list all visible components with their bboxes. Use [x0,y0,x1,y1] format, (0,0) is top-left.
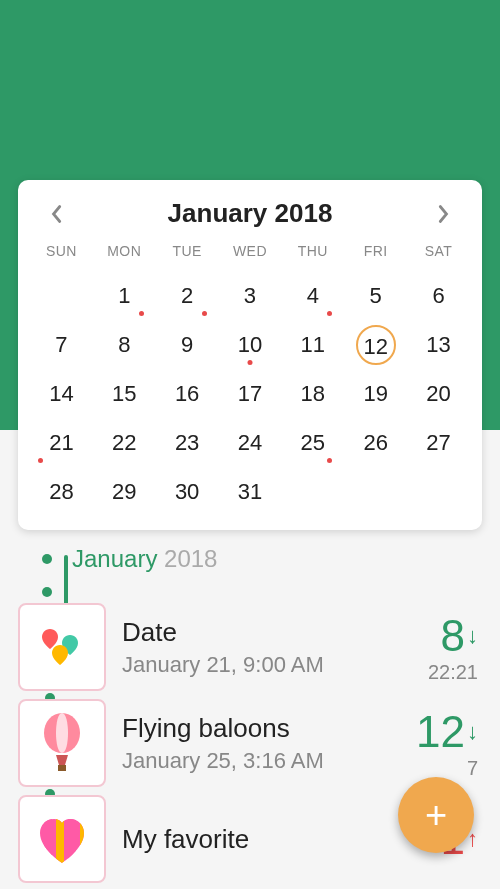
calendar-day[interactable]: 5 [344,271,407,320]
plus-icon: + [425,794,447,837]
calendar-day[interactable]: 27 [407,418,470,467]
timeline-dot [42,554,52,564]
hot-air-balloon-icon [18,699,106,787]
countdown-time: 7 [416,757,478,780]
event-subtitle: January 21, 9:00 AM [122,652,428,678]
calendar-day [344,467,407,516]
calendar-day[interactable]: 24 [219,418,282,467]
calendar-day[interactable]: 31 [219,467,282,516]
event-title: My favorite [122,824,441,855]
prev-month-button[interactable] [44,202,68,226]
svg-rect-1 [58,765,66,771]
striped-heart-icon [18,795,106,883]
list-month-header: January 2018 [72,545,217,573]
calendar-day[interactable]: 18 [281,369,344,418]
countdown-number: 12↓ [416,707,478,757]
calendar-day[interactable]: 15 [93,369,156,418]
calendar-day[interactable]: 9 [156,320,219,369]
weekday: THU [281,243,344,259]
svg-rect-7 [80,809,88,869]
calendar-day[interactable]: 23 [156,418,219,467]
calendar-day[interactable]: 25 [281,418,344,467]
add-event-button[interactable]: + [398,777,474,853]
calendar-day[interactable]: 13 [407,320,470,369]
event-dot [327,311,332,316]
calendar-day[interactable]: 4 [281,271,344,320]
event-item[interactable]: DateJanuary 21, 9:00 AM8↓22:21 [18,603,482,691]
event-dot [139,311,144,316]
calendar-day[interactable]: 10 [219,320,282,369]
event-subtitle: January 25, 3:16 AM [122,748,416,774]
next-month-button[interactable] [432,202,456,226]
calendar-day[interactable]: 16 [156,369,219,418]
calendar-day[interactable]: 6 [407,271,470,320]
calendar-day[interactable]: 20 [407,369,470,418]
calendar-day[interactable]: 29 [93,467,156,516]
calendar-day[interactable]: 2 [156,271,219,320]
calendar-day [281,467,344,516]
days-grid: 1234567891011121314151617181920212223242… [30,271,470,516]
calendar-day[interactable]: 28 [30,467,93,516]
calendar-day[interactable]: 11 [281,320,344,369]
countdown-number: 8↓ [441,611,478,661]
weekday: FRI [344,243,407,259]
month-title: January 2018 [168,198,333,229]
event-dot [202,311,207,316]
weekday: MON [93,243,156,259]
event-title: Flying baloons [122,713,416,744]
calendar-day[interactable]: 3 [219,271,282,320]
svg-rect-4 [44,809,52,869]
calendar-day[interactable]: 12 [344,320,407,369]
calendar-day [407,467,470,516]
calendar-day [30,271,93,320]
calendar-day[interactable]: 7 [30,320,93,369]
calendar-day[interactable]: 14 [30,369,93,418]
event-item[interactable]: Flying baloonsJanuary 25, 3:16 AM12↓7 [18,699,482,787]
calendar-day[interactable]: 22 [93,418,156,467]
calendar-day[interactable]: 21 [30,418,93,467]
weekday: WED [219,243,282,259]
weekday-row: SUN MON TUE WED THU FRI SAT [30,243,470,271]
event-dot [247,360,252,365]
calendar-day[interactable]: 19 [344,369,407,418]
countdown-time: 22:21 [428,661,478,684]
svg-rect-3 [32,809,40,869]
event-dot [38,458,43,463]
svg-rect-5 [56,809,64,869]
weekday: SAT [407,243,470,259]
event-title: Date [122,617,428,648]
calendar-day[interactable]: 30 [156,467,219,516]
calendar-day[interactable]: 1 [93,271,156,320]
calendar-day[interactable]: 17 [219,369,282,418]
event-dot [327,458,332,463]
calendar-day[interactable]: 8 [93,320,156,369]
svg-rect-6 [68,809,76,869]
balloons-hearts-icon [18,603,106,691]
calendar-card: January 2018 SUN MON TUE WED THU FRI SAT… [18,180,482,530]
calendar-day[interactable]: 26 [344,418,407,467]
timeline-dot [42,587,52,597]
weekday: TUE [156,243,219,259]
weekday: SUN [30,243,93,259]
